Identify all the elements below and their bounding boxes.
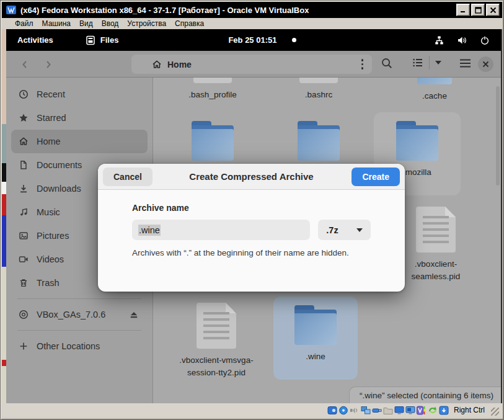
video-icon bbox=[19, 254, 29, 264]
minimize-icon bbox=[460, 7, 466, 13]
divider bbox=[17, 298, 141, 299]
activities-button[interactable]: Activities bbox=[17, 35, 53, 45]
virtualbox-app-icon bbox=[6, 4, 17, 16]
vbox-menubar: Файл Машина Вид Ввод Устройства Справка bbox=[2, 18, 502, 29]
search-button[interactable] bbox=[381, 57, 393, 72]
file-item[interactable]: .bash_profile bbox=[169, 78, 256, 101]
focused-app-label: Files bbox=[100, 35, 119, 45]
scrollbar[interactable] bbox=[496, 86, 500, 185]
selection-status-bar: “.wine” selected (containing 6 items) bbox=[349, 386, 501, 403]
format-dropdown[interactable]: .7z bbox=[318, 220, 371, 240]
network-icon[interactable] bbox=[361, 406, 371, 415]
resize-grip[interactable] bbox=[491, 408, 499, 416]
recording-icon[interactable] bbox=[405, 406, 415, 415]
usb-icon[interactable] bbox=[372, 406, 382, 415]
document-icon bbox=[19, 160, 29, 170]
file-item[interactable]: .vboxclient-seamless.pid bbox=[392, 207, 479, 284]
file-item[interactable]: .cache bbox=[391, 78, 478, 102]
wired-network-icon[interactable] bbox=[434, 35, 444, 45]
main-menu-button[interactable] bbox=[459, 58, 471, 71]
create-button[interactable]: Create bbox=[351, 168, 400, 186]
view-toggle[interactable] bbox=[412, 56, 441, 69]
disc-icon bbox=[19, 310, 29, 319]
maximize-button[interactable] bbox=[471, 4, 485, 16]
notification-dot bbox=[292, 38, 296, 42]
audio-icon[interactable] bbox=[350, 406, 360, 415]
path-menu-button[interactable] bbox=[361, 59, 364, 69]
sidebar-label: Pictures bbox=[37, 231, 69, 241]
folder-icon bbox=[396, 121, 438, 161]
window-close-button[interactable] bbox=[478, 56, 493, 72]
features-icon[interactable] bbox=[417, 406, 427, 415]
dialog-header: Cancel Create Compressed Archive Create bbox=[98, 164, 405, 190]
divider bbox=[17, 330, 141, 331]
back-button[interactable] bbox=[17, 56, 33, 73]
minimize-button[interactable] bbox=[456, 4, 470, 16]
menu-help[interactable]: Справка bbox=[170, 19, 208, 28]
file-item-selected[interactable]: .wine bbox=[273, 297, 358, 380]
menu-input[interactable]: Ввод bbox=[97, 19, 123, 28]
file-label: .bashrc bbox=[305, 89, 332, 101]
sidebar-label: Trash bbox=[37, 278, 60, 288]
sidebar-label: Music bbox=[37, 207, 60, 217]
sidebar-label: Starred bbox=[37, 113, 66, 123]
mouse-integration-icon[interactable] bbox=[428, 406, 438, 415]
focused-app-indicator[interactable]: Files bbox=[86, 35, 119, 45]
dialog-title: Create Compressed Archive bbox=[189, 171, 313, 182]
archive-name-label: Archive name bbox=[132, 203, 371, 213]
volume-icon[interactable] bbox=[457, 35, 467, 45]
forward-button[interactable] bbox=[40, 56, 56, 73]
close-icon bbox=[482, 61, 489, 68]
location-pathbar[interactable]: Home bbox=[131, 55, 372, 74]
forward-chevron-icon bbox=[44, 60, 53, 69]
menu-file[interactable]: Файл bbox=[11, 19, 38, 28]
close-button[interactable] bbox=[486, 4, 500, 16]
optical-disc-icon[interactable] bbox=[338, 406, 348, 415]
host-key-label: Right Ctrl bbox=[454, 406, 485, 414]
archive-name-input[interactable]: .wine bbox=[132, 220, 310, 240]
window-title: (x64) Fedora Workstation x86_64 - 37-1.7… bbox=[20, 6, 309, 15]
create-archive-dialog: Cancel Create Compressed Archive Create … bbox=[98, 164, 405, 292]
menu-machine[interactable]: Машина bbox=[38, 19, 75, 28]
power-icon[interactable] bbox=[480, 35, 490, 45]
recent-icon bbox=[19, 89, 29, 99]
shared-folder-icon[interactable] bbox=[383, 406, 393, 415]
sidebar-label: Documents bbox=[37, 160, 82, 170]
chevron-down-icon[interactable] bbox=[435, 61, 441, 65]
file-item[interactable]: .bashrc bbox=[275, 78, 362, 101]
cancel-button[interactable]: Cancel bbox=[103, 168, 153, 186]
titlebar: (x64) Fedora Workstation x86_64 - 37-1.7… bbox=[2, 2, 502, 18]
folder-icon bbox=[417, 78, 452, 84]
hard-disk-icon[interactable] bbox=[327, 406, 337, 415]
file-item[interactable]: .vboxclient-vmsvga-session-tty2.pid bbox=[173, 303, 260, 380]
keyboard-icon[interactable] bbox=[439, 406, 449, 415]
maximize-icon bbox=[475, 7, 482, 14]
sidebar-label: Videos bbox=[37, 254, 64, 264]
selection-status-text: “.wine” selected (containing 6 items) bbox=[360, 391, 493, 400]
home-icon bbox=[19, 136, 29, 146]
folder-icon bbox=[298, 121, 340, 161]
input-selected-text: .wine bbox=[138, 225, 161, 236]
sidebar-item-other-locations[interactable]: Other Locations bbox=[11, 334, 148, 358]
divider bbox=[429, 56, 430, 69]
close-icon bbox=[490, 7, 497, 14]
file-item[interactable] bbox=[169, 121, 256, 161]
menu-view[interactable]: Вид bbox=[75, 19, 97, 28]
sidebar-label: Home bbox=[37, 136, 61, 146]
file-label: .bash_profile bbox=[188, 89, 236, 101]
search-icon bbox=[381, 57, 393, 69]
music-icon bbox=[19, 207, 29, 217]
sidebar-item-starred[interactable]: Starred bbox=[11, 106, 148, 130]
sidebar-item-vbox-gas[interactable]: VBox_GAs_7.0.6 bbox=[11, 303, 148, 326]
vbox-statusbar: Right Ctrl bbox=[2, 403, 502, 417]
display-icon[interactable] bbox=[394, 406, 404, 415]
files-app-icon bbox=[86, 35, 95, 45]
virtualbox-window: (x64) Fedora Workstation x86_64 - 37-1.7… bbox=[0, 0, 504, 420]
plus-icon bbox=[19, 341, 29, 351]
sidebar-item-recent[interactable]: Recent bbox=[11, 83, 148, 106]
file-item[interactable] bbox=[275, 121, 362, 161]
clock[interactable]: Feb 25 01:51 bbox=[228, 35, 276, 45]
sidebar-item-home[interactable]: Home bbox=[11, 130, 148, 153]
eject-icon[interactable] bbox=[129, 310, 139, 319]
menu-devices[interactable]: Устройства bbox=[123, 19, 170, 28]
